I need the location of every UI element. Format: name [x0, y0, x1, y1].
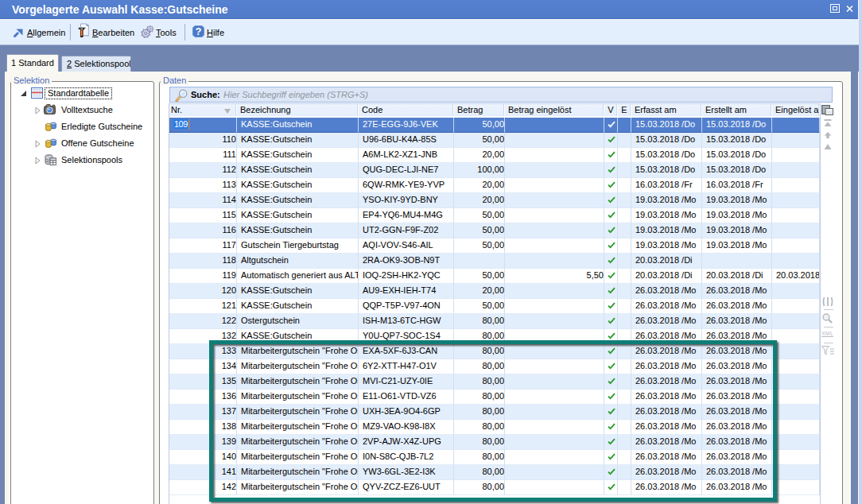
svg-text:?: ? — [196, 25, 202, 37]
